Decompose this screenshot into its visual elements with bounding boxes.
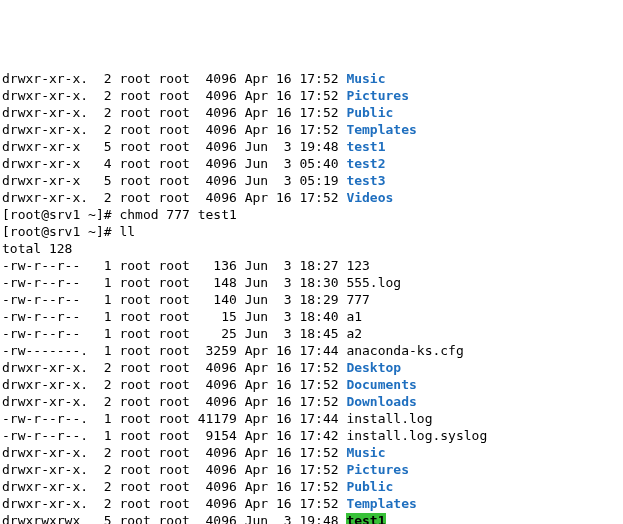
ls-entry: drwxr-xr-x. 2 root root 4096 Apr 16 17:5… bbox=[2, 495, 623, 512]
file-name: Templates bbox=[346, 122, 416, 137]
ls-entry: drwxr-xr-x. 2 root root 4096 Apr 16 17:5… bbox=[2, 393, 623, 410]
shell-prompt: [root@srv1 ~]# bbox=[2, 207, 119, 222]
file-name: test1 bbox=[346, 139, 385, 154]
ls-entry: drwxr-xr-x. 2 root root 4096 Apr 16 17:5… bbox=[2, 359, 623, 376]
ls-entry: -rw-r--r-- 1 root root 140 Jun 3 18:29 7… bbox=[2, 291, 623, 308]
file-name: test1 bbox=[346, 513, 385, 524]
file-name: 777 bbox=[346, 292, 369, 307]
ls-entry: drwxr-xr-x. 2 root root 4096 Apr 16 17:5… bbox=[2, 376, 623, 393]
file-name: install.log bbox=[346, 411, 432, 426]
ls-entry: drwxr-xr-x. 2 root root 4096 Apr 16 17:5… bbox=[2, 461, 623, 478]
ls-entry: drwxr-xr-x 5 root root 4096 Jun 3 19:48 … bbox=[2, 138, 623, 155]
file-name: Downloads bbox=[346, 394, 416, 409]
file-name: a2 bbox=[346, 326, 362, 341]
file-name: Pictures bbox=[346, 88, 409, 103]
shell-prompt: [root@srv1 ~]# bbox=[2, 224, 119, 239]
file-name: test2 bbox=[346, 156, 385, 171]
shell-prompt-line: [root@srv1 ~]# ll bbox=[2, 223, 623, 240]
ls-entry: -rw-------. 1 root root 3259 Apr 16 17:4… bbox=[2, 342, 623, 359]
file-name: Music bbox=[346, 445, 385, 460]
ls-entry: drwxr-xr-x. 2 root root 4096 Apr 16 17:5… bbox=[2, 87, 623, 104]
ls-entry: drwxr-xr-x. 2 root root 4096 Apr 16 17:5… bbox=[2, 444, 623, 461]
file-name: test3 bbox=[346, 173, 385, 188]
shell-command: chmod 777 test1 bbox=[119, 207, 236, 222]
ls-entry: drwxr-xr-x. 2 root root 4096 Apr 16 17:5… bbox=[2, 104, 623, 121]
ls-entry: -rw-r--r--. 1 root root 9154 Apr 16 17:4… bbox=[2, 427, 623, 444]
ls-entry: drwxr-xr-x. 2 root root 4096 Apr 16 17:5… bbox=[2, 121, 623, 138]
ls-entry: drwxr-xr-x. 2 root root 4096 Apr 16 17:5… bbox=[2, 478, 623, 495]
file-name: Desktop bbox=[346, 360, 401, 375]
file-name: Documents bbox=[346, 377, 416, 392]
file-name: Videos bbox=[346, 190, 393, 205]
ls-total: total 128 bbox=[2, 240, 623, 257]
ls-entry: -rw-r--r--. 1 root root 41179 Apr 16 17:… bbox=[2, 410, 623, 427]
ls-entry: drwxr-xr-x. 2 root root 4096 Apr 16 17:5… bbox=[2, 189, 623, 206]
ls-entry: drwxr-xr-x. 2 root root 4096 Apr 16 17:5… bbox=[2, 70, 623, 87]
file-name: Public bbox=[346, 479, 393, 494]
ls-entry: -rw-r--r-- 1 root root 136 Jun 3 18:27 1… bbox=[2, 257, 623, 274]
terminal-output[interactable]: drwxr-xr-x. 2 root root 4096 Apr 16 17:5… bbox=[2, 70, 623, 524]
shell-command: ll bbox=[119, 224, 135, 239]
file-name: 555.log bbox=[346, 275, 401, 290]
shell-prompt-line: [root@srv1 ~]# chmod 777 test1 bbox=[2, 206, 623, 223]
file-name: Pictures bbox=[346, 462, 409, 477]
ls-entry: -rw-r--r-- 1 root root 25 Jun 3 18:45 a2 bbox=[2, 325, 623, 342]
file-name: install.log.syslog bbox=[346, 428, 487, 443]
file-name: Music bbox=[346, 71, 385, 86]
file-name: anaconda-ks.cfg bbox=[346, 343, 463, 358]
ls-entry: drwxrwxrwx 5 root root 4096 Jun 3 19:48 … bbox=[2, 512, 623, 524]
ls-entry: -rw-r--r-- 1 root root 148 Jun 3 18:30 5… bbox=[2, 274, 623, 291]
ls-entry: drwxr-xr-x 5 root root 4096 Jun 3 05:19 … bbox=[2, 172, 623, 189]
file-name: 123 bbox=[346, 258, 369, 273]
file-name: Templates bbox=[346, 496, 416, 511]
file-name: Public bbox=[346, 105, 393, 120]
ls-entry: drwxr-xr-x 4 root root 4096 Jun 3 05:40 … bbox=[2, 155, 623, 172]
file-name: a1 bbox=[346, 309, 362, 324]
ls-entry: -rw-r--r-- 1 root root 15 Jun 3 18:40 a1 bbox=[2, 308, 623, 325]
